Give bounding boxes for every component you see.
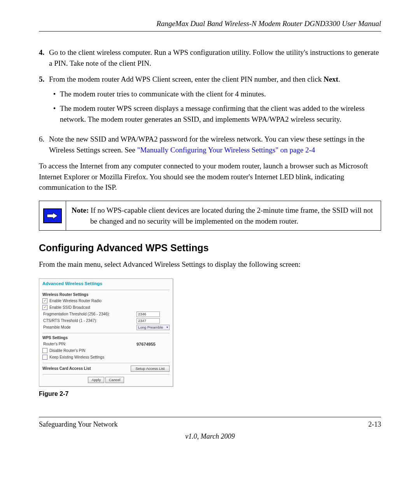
step-5-bullet-2-text: The modem router WPS screen displays a m… — [60, 103, 381, 124]
enable-wireless-radio-checkbox[interactable]: ✓ — [42, 298, 47, 303]
body-paragraph: To access the Internet from any computer… — [39, 161, 381, 193]
step-4: 4. Go to the client wireless computer. R… — [39, 47, 381, 68]
step-5-bullet-1-text: The modem router tries to communicate wi… — [60, 89, 381, 100]
cross-reference-link[interactable]: "Manually Configuring Your Wireless Sett… — [137, 146, 315, 154]
step-5-bullet-1: • The modem router tries to communicate … — [49, 89, 381, 100]
running-header: RangeMax Dual Band Wireless-N Modem Rout… — [39, 19, 381, 32]
keep-existing-settings-checkbox[interactable] — [42, 355, 47, 360]
advanced-wireless-settings-panel: Advanced Wireless Settings Wireless Rout… — [39, 278, 173, 387]
apply-button[interactable]: Apply — [88, 377, 104, 383]
preamble-mode-label: Preamble Mode — [42, 325, 136, 329]
step-5-text-c: . — [338, 75, 340, 83]
note-text: If no WPS-capable client devices are loc… — [89, 206, 373, 225]
keep-existing-settings-label: Keep Existing Wireless Settings — [49, 355, 170, 359]
cts-rts-threshold-label: CTS/RTS Threshold (1 - 2347): — [42, 318, 136, 323]
step-5-bold-next: Next — [324, 75, 338, 83]
note-label: Note: — [72, 206, 89, 214]
preamble-mode-select[interactable]: Long Preamble▾ — [136, 325, 170, 330]
step-5-bullet-2: • The modem router WPS screen displays a… — [49, 103, 381, 124]
router-pin-value: 97674955 — [136, 342, 170, 346]
section-heading: Configuring Advanced WPS Settings — [39, 242, 381, 254]
bullet-dot-icon: • — [49, 103, 60, 124]
wireless-router-settings-heading: Wireless Router Settings — [42, 292, 170, 297]
step-4-number: 4. — [39, 47, 49, 68]
cts-rts-threshold-input[interactable]: 2347 — [136, 318, 160, 324]
panel-title: Advanced Wireless Settings — [42, 281, 170, 286]
setup-access-list-button[interactable]: Setup Access List — [131, 366, 170, 372]
figure-caption: Figure 2-7 — [39, 390, 381, 397]
bullet-dot-icon: • — [49, 89, 60, 100]
enable-ssid-broadcast-checkbox[interactable]: ✓ — [42, 305, 47, 310]
arrow-right-icon — [43, 208, 62, 223]
chevron-down-icon: ▾ — [166, 326, 168, 329]
disable-router-pin-label: Disable Router's PIN — [49, 348, 170, 353]
enable-wireless-radio-label: Enable Wireless Router Radio — [49, 299, 170, 303]
disable-router-pin-checkbox[interactable] — [42, 348, 47, 353]
step-5: 5. From the modem router Add WPS Client … — [39, 74, 381, 128]
footer-section-title: Safeguarding Your Network — [39, 420, 117, 429]
section-intro: From the main menu, select Advanced Wire… — [39, 259, 381, 270]
router-pin-label: Router's PIN: — [42, 342, 136, 346]
footer-page-number: 2-13 — [368, 420, 381, 429]
step-6-number: 6. — [39, 134, 49, 155]
step-4-text: Go to the client wireless computer. Run … — [49, 47, 381, 68]
wps-settings-heading: WPS Settings — [42, 336, 170, 340]
step-5-number: 5. — [39, 74, 49, 128]
enable-ssid-broadcast-label: Enable SSID Broadcast — [49, 305, 170, 310]
cancel-button[interactable]: Cancel — [105, 377, 124, 383]
fragmentation-threshold-input[interactable]: 2346 — [136, 312, 160, 317]
note-box: Note: If no WPS-capable client devices a… — [39, 201, 381, 231]
wireless-card-access-list-heading: Wireless Card Access List — [42, 366, 127, 371]
footer-version: v1.0, March 2009 — [39, 432, 381, 441]
step-6: 6. Note the new SSID and WPA/WPA2 passwo… — [39, 134, 381, 155]
fragmentation-threshold-label: Fragmentation Threshold (256 - 2346): — [42, 312, 136, 316]
step-5-text-a: From the modem router Add WPS Client scr… — [49, 75, 324, 83]
